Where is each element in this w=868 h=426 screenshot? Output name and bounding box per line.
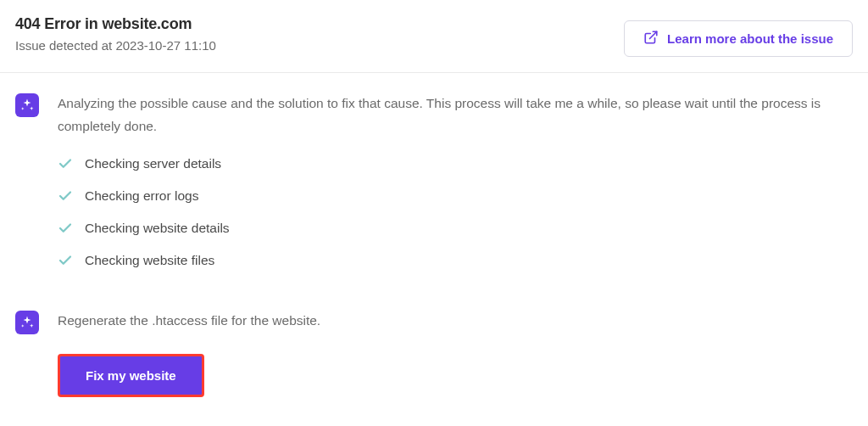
analysis-block: Analyzing the possible cause and the sol… xyxy=(15,92,853,277)
checklist-item: Checking server details xyxy=(58,148,853,180)
issue-timestamp: Issue detected at 2023-10-27 11:10 xyxy=(15,38,216,53)
checklist-item: Checking error logs xyxy=(58,180,853,212)
check-icon xyxy=(58,221,73,236)
checklist-item-label: Checking website details xyxy=(85,221,230,236)
fix-website-button[interactable]: Fix my website xyxy=(58,354,204,397)
sparkle-icon xyxy=(15,93,39,117)
analysis-checklist: Checking server details Checking error l… xyxy=(58,148,853,277)
learn-more-label: Learn more about the issue xyxy=(667,31,833,46)
checklist-item-label: Checking server details xyxy=(85,156,221,171)
check-icon xyxy=(58,188,73,204)
solution-body: Regenerate the .htaccess file for the we… xyxy=(58,309,853,397)
external-link-icon xyxy=(643,30,659,48)
checklist-item: Checking website details xyxy=(58,212,853,244)
checklist-item-label: Checking error logs xyxy=(85,188,198,204)
sparkle-icon xyxy=(15,311,39,334)
issue-title: 404 Error in website.com xyxy=(15,15,216,33)
content-area: Analyzing the possible cause and the sol… xyxy=(0,73,868,397)
analysis-message: Analyzing the possible cause and the sol… xyxy=(58,92,853,137)
check-icon xyxy=(58,253,73,268)
checklist-item: Checking website files xyxy=(58,244,853,277)
issue-header-info: 404 Error in website.com Issue detected … xyxy=(15,15,216,53)
check-icon xyxy=(58,156,73,171)
analysis-body: Analyzing the possible cause and the sol… xyxy=(58,92,853,277)
checklist-item-label: Checking website files xyxy=(85,253,214,268)
issue-header: 404 Error in website.com Issue detected … xyxy=(0,0,868,73)
svg-line-0 xyxy=(650,31,657,38)
solution-block: Regenerate the .htaccess file for the we… xyxy=(15,309,853,397)
learn-more-button[interactable]: Learn more about the issue xyxy=(624,20,853,57)
solution-message: Regenerate the .htaccess file for the we… xyxy=(58,309,853,332)
